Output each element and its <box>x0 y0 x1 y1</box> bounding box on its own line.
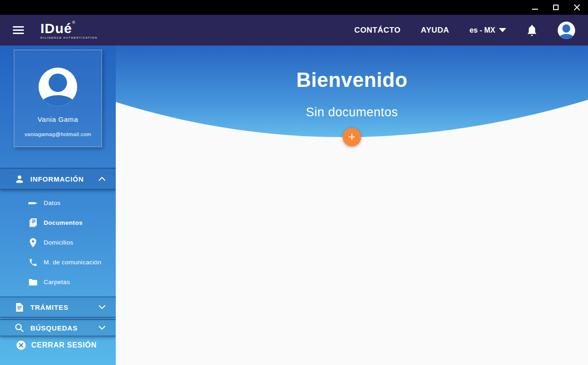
contact-link[interactable]: CONTÁCTO <box>354 26 401 35</box>
search-icon <box>14 323 25 332</box>
close-circle-icon <box>15 340 27 350</box>
app-logo[interactable]: IDué® DILIGENCE AUTHENTICATION <box>40 22 97 39</box>
app-header: IDué® DILIGENCE AUTHENTICATION CONTÁCTO … <box>0 15 588 46</box>
informacion-subnav: Datos Documentos Domicilios <box>0 190 116 292</box>
close-icon <box>574 4 580 11</box>
help-link[interactable]: AYUDA <box>421 26 449 35</box>
notifications-button[interactable] <box>526 24 537 36</box>
caret-down-icon <box>499 28 506 32</box>
chevron-down-icon <box>98 325 106 330</box>
profile-avatar <box>39 68 77 106</box>
user-avatar[interactable] <box>558 22 575 39</box>
registered-mark: ® <box>72 20 75 25</box>
sidebar-item-domicilios[interactable]: Domicilios <box>0 233 116 252</box>
sidebar-item-label: Domicilios <box>44 239 74 246</box>
sidebar-section-informacion[interactable]: INFORMACIÓN <box>0 168 116 190</box>
sidebar-item-documentos[interactable]: Documentos <box>0 213 116 233</box>
maximize-icon <box>553 5 559 10</box>
location-pin-icon <box>28 238 39 248</box>
logout-button[interactable]: CERRAR SESIÓN <box>0 336 116 354</box>
chevron-down-icon <box>98 305 106 309</box>
welcome-hero: Bienvenido Sin documentos + <box>116 46 588 147</box>
chevron-up-icon <box>98 177 106 181</box>
sidebar-section-label: TRÁMITES <box>30 303 68 311</box>
profile-card: Vania Gama vaniagamag@hotmail.com <box>14 50 102 147</box>
minimize-button[interactable] <box>530 3 539 12</box>
sidebar-item-label: Carpetas <box>44 279 70 285</box>
bell-icon <box>526 24 537 36</box>
window-titlebar <box>0 0 588 15</box>
main-content: Bienvenido Sin documentos + <box>116 46 588 365</box>
welcome-title: Bienvenido <box>116 46 588 91</box>
maximize-button[interactable] <box>551 3 560 12</box>
arrow-right-icon <box>28 200 39 206</box>
hamburger-icon <box>13 26 24 28</box>
logo-title: IDué <box>40 21 72 36</box>
file-icon <box>14 302 25 312</box>
sidebar-section-label: BÚSQUEDAS <box>30 324 78 332</box>
logout-label: CERRAR SESIÓN <box>31 341 96 349</box>
folder-icon <box>28 279 39 286</box>
phone-icon <box>28 258 39 267</box>
avatar-person-icon <box>562 24 570 32</box>
sidebar-item-datos[interactable]: Datos <box>0 193 116 213</box>
profile-email: vaniagamag@hotmail.com <box>24 131 91 137</box>
sidebar-item-carpetas[interactable]: Carpetas <box>0 272 116 292</box>
welcome-subtitle: Sin documentos <box>116 105 588 120</box>
logo-subtitle: DILIGENCE AUTHENTICATION <box>40 36 97 39</box>
menu-button[interactable] <box>13 26 24 34</box>
minimize-icon <box>532 9 538 10</box>
language-selector[interactable]: es - MX <box>469 26 506 34</box>
profile-person-icon <box>49 74 67 92</box>
sidebar-item-comunicacion[interactable]: M. de comunicación <box>0 252 116 272</box>
sidebar-item-label: M. de comunicación <box>44 259 101 266</box>
sidebar-section-label: INFORMACIÓN <box>30 175 84 183</box>
sidebar-section-busquedas[interactable]: BÚSQUEDAS <box>0 319 116 336</box>
documents-icon <box>28 218 39 228</box>
add-document-button[interactable]: + <box>343 128 361 146</box>
profile-name: Vania Gama <box>38 115 78 123</box>
close-button[interactable] <box>572 3 582 12</box>
sidebar: Vania Gama vaniagamag@hotmail.com INFORM… <box>0 46 116 365</box>
language-value: es - MX <box>469 26 495 34</box>
person-icon <box>14 174 25 184</box>
sidebar-section-tramites[interactable]: TRÁMITES <box>0 297 116 318</box>
sidebar-item-label: Documentos <box>44 219 83 226</box>
sidebar-item-label: Datos <box>44 200 61 206</box>
